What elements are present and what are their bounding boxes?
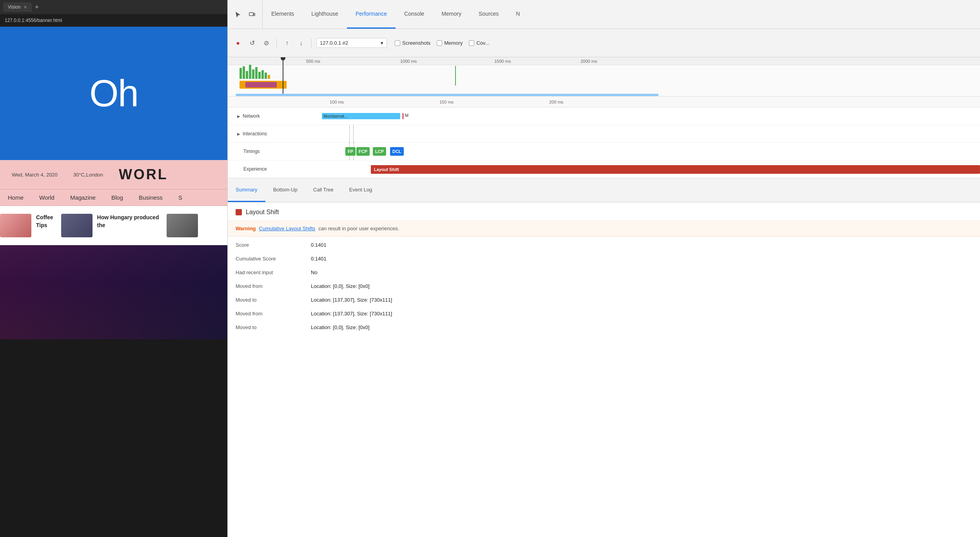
tab-close-icon[interactable]: ×: [24, 4, 27, 10]
clear-button[interactable]: ⊘: [261, 38, 272, 49]
reload-button[interactable]: ↺: [247, 38, 258, 49]
tab-bottom-up[interactable]: Bottom-Up: [265, 178, 305, 202]
bottom-tabs: Summary Bottom-Up Call Tree Event Log: [228, 178, 980, 202]
network-bar-montserrat[interactable]: Montserrat...: [322, 113, 400, 119]
green-marker: [455, 66, 456, 86]
detail-header: Layout Shift: [228, 202, 980, 221]
score-val: 0.1401: [311, 242, 327, 248]
detail-ruler-labels: 100 ms 150 ms 200 ms: [298, 96, 980, 107]
network-expand-icon[interactable]: ▶: [237, 114, 240, 118]
layout-shift-icon: [236, 209, 242, 215]
ruler-1000ms: 1000 ms: [400, 59, 417, 64]
timings-track-label: Timings: [228, 149, 298, 154]
experience-track-content: Layout Shift: [298, 160, 980, 178]
nav-blog[interactable]: Blog: [111, 194, 123, 201]
detail-panel: Layout Shift Warning Cumulative Layout S…: [228, 202, 980, 537]
tab-summary[interactable]: Summary: [228, 178, 265, 202]
screenshots-checkbox-box[interactable]: [395, 40, 400, 46]
coverage-checkbox[interactable]: Cov...: [469, 40, 489, 46]
mini-bar-8: [261, 70, 264, 79]
network-track-label: ▶ Network: [228, 113, 298, 119]
timing-fp[interactable]: FP: [345, 147, 356, 156]
nav-business[interactable]: Business: [139, 194, 163, 201]
tracks-area: ▶ Network Montserrat... M ▶ Interactions: [228, 107, 980, 178]
layout-shift-bar[interactable]: Layout Shift: [371, 165, 980, 174]
news-card-2: How Hungary producedthe: [61, 214, 167, 237]
interactions-track-label: ▶ Interactions: [228, 131, 298, 137]
moved-from-2-val: Location: [137,307], Size: [730x111]: [311, 311, 392, 317]
recent-input-key: Had recent input: [236, 269, 306, 275]
timing-lcp[interactable]: LCP: [373, 147, 386, 156]
svg-rect-1: [254, 13, 255, 16]
coverage-checkbox-box[interactable]: [469, 40, 474, 46]
detail-ruler-100ms: 100 ms: [330, 100, 344, 104]
news-title: WORL: [119, 166, 168, 183]
detail-row-moved-to-2: Moved to Location: [0,0], Size: [0x0]: [228, 320, 980, 334]
tab-console[interactable]: Console: [396, 0, 433, 29]
hero-text: Oh: [89, 72, 138, 115]
nav-more[interactable]: S: [178, 194, 182, 201]
news-card-image-2: [61, 214, 93, 237]
upload-button[interactable]: ↑: [281, 38, 292, 49]
new-tab-button[interactable]: +: [35, 3, 39, 11]
recent-input-val: No: [311, 269, 318, 275]
detail-row-cumulative-score: Cumulative Score 0.1401: [228, 252, 980, 266]
interactions-expand-icon[interactable]: ▶: [237, 132, 240, 136]
news-card-title-1: CoffeeTips: [36, 214, 53, 229]
bottom-image: [0, 245, 227, 339]
tab-performance[interactable]: Performance: [347, 0, 396, 29]
mini-bar-9: [265, 73, 267, 79]
warning-link[interactable]: Cumulative Layout Shifts: [259, 226, 316, 231]
nav-home[interactable]: Home: [8, 194, 24, 201]
mini-bar-7: [258, 72, 261, 79]
tab-lighthouse[interactable]: Lighthouse: [303, 0, 347, 29]
devtools-nav-icons: [228, 0, 263, 29]
devices-icon[interactable]: [247, 9, 258, 20]
moved-to-2-key: Moved to: [236, 324, 306, 330]
timeline-activity: [240, 79, 976, 91]
memory-label: Memory: [444, 40, 463, 46]
tab-memory[interactable]: Memory: [433, 0, 470, 29]
ruler-1500ms: 1500 ms: [494, 59, 511, 64]
timing-dcl[interactable]: DCL: [390, 147, 404, 156]
score-key: Score: [236, 242, 306, 248]
screenshots-label: Screenshots: [402, 40, 430, 46]
experience-track: Experience Layout Shift: [228, 160, 980, 178]
memory-checkbox[interactable]: Memory: [437, 40, 463, 46]
tab-sources[interactable]: Sources: [470, 0, 507, 29]
nav-magazine[interactable]: Magazine: [70, 194, 96, 201]
timeline-overview[interactable]: 500 ms 1000 ms 1500 ms 2000 ms: [228, 57, 980, 96]
news-cards: CoffeeTips How Hungary producedthe: [0, 206, 227, 237]
timeline-selection-bar[interactable]: [236, 94, 659, 96]
tab-event-log[interactable]: Event Log: [341, 178, 380, 202]
timeline-scrubber[interactable]: [283, 57, 283, 96]
nav-world[interactable]: World: [39, 194, 54, 201]
address-bar[interactable]: 127.0.0.1:4556/banner.html: [0, 14, 227, 27]
memory-checkbox-box[interactable]: [437, 40, 442, 46]
mini-bar-4: [249, 65, 251, 79]
cursor-icon[interactable]: [232, 9, 243, 20]
network-track: ▶ Network Montserrat... M: [228, 107, 980, 125]
news-card-image-3: [167, 214, 198, 237]
devtools-tabs: Elements Lighthouse Performance Console …: [263, 0, 528, 29]
target-selector[interactable]: 127.0.0.1 #2 ▾: [316, 38, 387, 48]
tab-elements[interactable]: Elements: [263, 0, 303, 29]
ruler-500ms: 500 ms: [306, 59, 320, 64]
news-date: Wed, March 4, 2020: [12, 172, 58, 178]
moved-to-1-key: Moved to: [236, 297, 306, 303]
network-bar-m[interactable]: [402, 113, 404, 119]
tab-call-tree[interactable]: Call Tree: [305, 178, 341, 202]
timing-fcp[interactable]: FCP: [356, 147, 370, 156]
tab-more[interactable]: N: [507, 0, 528, 29]
record-button[interactable]: ●: [232, 38, 243, 49]
browser-tab[interactable]: Vision ×: [3, 2, 32, 12]
news-card-title-2: How Hungary producedthe: [97, 214, 159, 229]
toolbar-separator-2: [311, 38, 312, 48]
detail-row-moved-from-2: Moved from Location: [137,307], Size: [7…: [228, 307, 980, 320]
screenshots-checkbox[interactable]: Screenshots: [395, 40, 430, 46]
download-button[interactable]: ↓: [296, 38, 307, 49]
detail-row-moved-to-1: Moved to Location: [137,307], Size: [730…: [228, 293, 980, 307]
moved-from-1-val: Location: [0,0], Size: [0x0]: [311, 283, 370, 289]
hero-section: Oh: [0, 27, 227, 160]
devtools-panel: Elements Lighthouse Performance Console …: [227, 0, 980, 537]
